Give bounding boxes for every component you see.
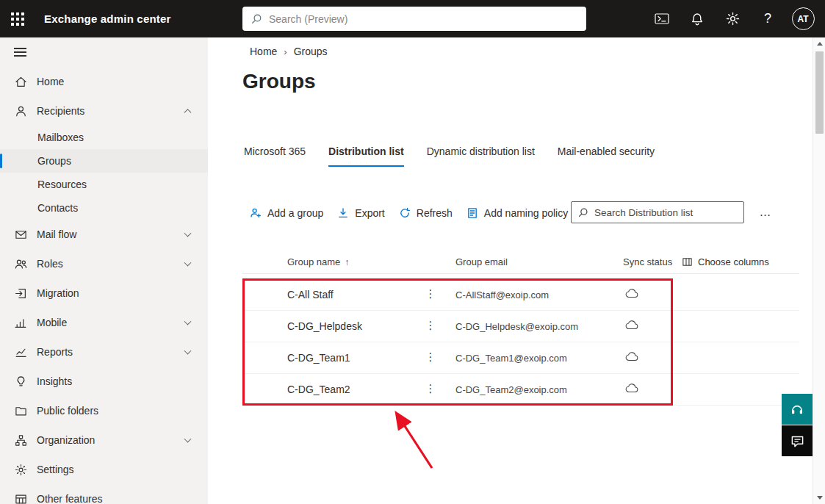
global-search-box[interactable] (242, 7, 586, 31)
row-more-options-icon[interactable]: ⋮ (424, 319, 437, 332)
gear-icon (14, 463, 27, 476)
chevron-down-icon (184, 436, 192, 443)
breadcrumb: Home › Groups (250, 46, 328, 57)
add-a-group-button[interactable]: Add a group (250, 207, 323, 219)
person-icon (14, 104, 27, 118)
envelope-icon (14, 228, 27, 241)
sidebar-item-label: Groups (37, 155, 71, 167)
sidebar-item-mobile[interactable]: Mobile (0, 308, 208, 337)
sidebar-item-label: Reports (37, 346, 73, 358)
add-a-group-label: Add a group (267, 207, 323, 219)
sidebar-item-label: Mailboxes (37, 132, 84, 143)
sidebar-item-resources[interactable]: Resources (0, 173, 208, 196)
sidebar-item-other-features[interactable]: Other features (0, 484, 208, 504)
sidebar-item-label: Home (37, 76, 64, 87)
scrollbar-thumb[interactable] (815, 51, 824, 134)
refresh-button[interactable]: Refresh (399, 207, 453, 219)
groups-tab-bar: Microsoft 365 Distribution list Dynamic … (244, 145, 655, 167)
cloud-sync-icon (625, 351, 639, 365)
group-name-cell[interactable]: C-All Staff (287, 289, 334, 300)
add-naming-policy-button[interactable]: Add naming policy (466, 207, 568, 219)
export-download-icon (337, 207, 349, 219)
sidebar-item-groups[interactable]: Groups (0, 149, 208, 173)
sidebar-item-roles[interactable]: Roles (0, 249, 208, 278)
home-icon (14, 75, 27, 88)
sidebar-item-label: Insights (37, 375, 72, 387)
sidebar-item-recipients[interactable]: Recipients (0, 96, 208, 126)
sidebar-item-label: Organization (37, 434, 95, 446)
table-row[interactable]: C-DG_Helpdesk ⋮ C-DG_Helpdesk@exoip.com (242, 311, 799, 342)
list-command-toolbar: Add a group Export Refresh Add naming po… (250, 201, 568, 224)
sidebar-item-contacts[interactable]: Contacts (0, 196, 208, 220)
row-more-options-icon[interactable]: ⋮ (424, 382, 437, 395)
refresh-icon (399, 207, 411, 219)
add-naming-policy-label: Add naming policy (484, 207, 568, 219)
tab-microsoft-365[interactable]: Microsoft 365 (244, 145, 306, 167)
group-name-cell[interactable]: C-DG_Helpdesk (287, 320, 362, 332)
group-name-cell[interactable]: C-DG_Team2 (287, 384, 350, 395)
settings-gear-icon[interactable] (715, 0, 750, 37)
sidebar-item-reports[interactable]: Reports (0, 337, 208, 367)
table-row[interactable]: C-DG_Team2 ⋮ C-DG_Team2@exoip.com (242, 374, 799, 406)
sidebar-item-label: Contacts (37, 202, 78, 214)
choose-columns-button[interactable]: Choose columns (682, 256, 769, 267)
search-distribution-list-box[interactable] (571, 201, 744, 223)
sidebar-item-migration[interactable]: Migration (0, 278, 208, 308)
chevron-down-icon (184, 348, 192, 355)
add-person-icon (250, 207, 262, 219)
sidebar-item-label: Roles (37, 258, 63, 270)
choose-columns-icon (682, 256, 693, 267)
migration-icon (14, 287, 27, 300)
row-more-options-icon[interactable]: ⋮ (424, 350, 437, 364)
help-support-button[interactable] (782, 394, 813, 425)
lightbulb-icon (14, 375, 27, 388)
group-table-header: Group name ↑ Group email Sync status Cho… (242, 253, 799, 274)
sidebar-item-insights[interactable]: Insights (0, 367, 208, 396)
mobile-signal-icon (14, 316, 27, 329)
column-header-group-name[interactable]: Group name ↑ (287, 256, 349, 267)
feedback-button[interactable] (782, 425, 813, 456)
org-chart-icon (14, 433, 27, 447)
global-search-input[interactable] (269, 13, 577, 25)
notifications-bell-icon[interactable] (680, 0, 715, 37)
tab-mail-enabled-security[interactable]: Mail-enabled security (558, 145, 655, 167)
more-options-ellipsis-button[interactable]: … (755, 201, 776, 223)
group-email-cell: C-DG_Helpdesk@exoip.com (455, 321, 578, 332)
app-title: Exchange admin center (44, 12, 171, 25)
tab-dynamic-distribution-list[interactable]: Dynamic distribution list (427, 145, 535, 167)
search-icon (251, 13, 262, 24)
sidebar-item-public-folders[interactable]: Public folders (0, 396, 208, 425)
table-row[interactable]: C-All Staff ⋮ C-AllStaff@exoip.com (242, 279, 799, 311)
breadcrumb-chevron-icon: › (284, 46, 287, 57)
exchange-admin-center-window: Exchange admin center ? AT (0, 0, 825, 504)
sidebar-item-mail-flow[interactable]: Mail flow (0, 220, 208, 249)
table-row[interactable]: C-DG_Team1 ⋮ C-DG_Team1@exoip.com (242, 342, 799, 374)
group-name-cell[interactable]: C-DG_Team1 (287, 352, 350, 364)
naming-policy-document-icon (466, 207, 478, 219)
row-more-options-icon[interactable]: ⋮ (424, 287, 437, 300)
app-launcher-waffle-icon[interactable] (0, 0, 35, 37)
collapse-navigation-hamburger-icon[interactable] (0, 37, 208, 67)
vertical-scrollbar[interactable] (813, 37, 825, 504)
sidebar-item-label: Other features (37, 493, 103, 504)
search-distribution-list-input[interactable] (594, 207, 737, 218)
scrollbar-up-arrow[interactable] (813, 37, 825, 50)
group-name-header-label: Group name (287, 256, 340, 267)
sidebar-item-mailboxes[interactable]: Mailboxes (0, 126, 208, 149)
refresh-label: Refresh (417, 207, 453, 219)
avatar-initials: AT (792, 7, 815, 30)
sidebar-item-organization[interactable]: Organization (0, 425, 208, 455)
headset-icon (790, 402, 804, 417)
tab-distribution-list[interactable]: Distribution list (328, 145, 404, 167)
scrollbar-down-arrow[interactable] (813, 492, 825, 504)
export-button[interactable]: Export (337, 207, 384, 219)
help-question-icon[interactable]: ? (750, 0, 785, 37)
column-header-sync-status[interactable]: Sync status (623, 256, 672, 267)
breadcrumb-home-link[interactable]: Home (250, 46, 277, 57)
column-header-group-email[interactable]: Group email (455, 256, 508, 267)
sidebar-item-home[interactable]: Home (0, 67, 208, 96)
sidebar-item-settings[interactable]: Settings (0, 455, 208, 484)
powershell-terminal-icon[interactable] (644, 0, 680, 37)
sidebar-item-label: Mail flow (37, 228, 76, 240)
account-avatar[interactable]: AT (785, 0, 821, 37)
